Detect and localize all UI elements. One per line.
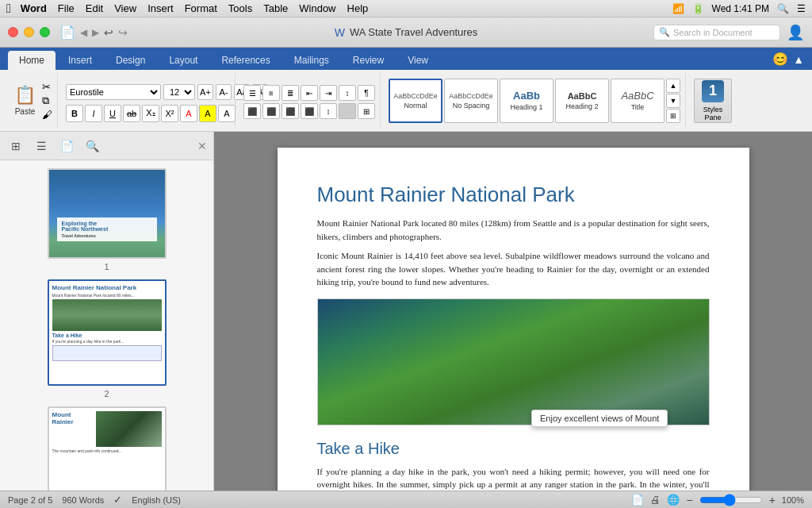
menu-window[interactable]: Window <box>299 2 335 14</box>
numbered-list[interactable]: ≡ <box>262 85 280 101</box>
show-marks[interactable]: ¶ <box>358 85 375 101</box>
style-normal[interactable]: AaBbCcDdEe Normal <box>389 79 442 123</box>
page-1-thumbnail[interactable]: Exploring the Pacific Northwest Travel A… <box>8 168 205 271</box>
bold-button[interactable]: B <box>66 105 83 122</box>
superscript-button[interactable]: X² <box>161 105 178 122</box>
font-size-decrease[interactable]: A- <box>216 84 232 100</box>
align-left[interactable]: ⬛ <box>243 103 261 119</box>
increase-indent[interactable]: ⇥ <box>320 85 337 101</box>
multilevel-list[interactable]: ≣ <box>282 85 299 101</box>
search-icon-small: 🔍 <box>659 27 670 37</box>
highlight-button[interactable]: A <box>199 105 216 122</box>
styles-scroll-down[interactable]: ▼ <box>666 94 680 108</box>
tab-review[interactable]: Review <box>342 51 395 70</box>
style-heading2[interactable]: AaBbC Heading 2 <box>555 79 609 123</box>
apple-menu[interactable]:  <box>6 2 11 16</box>
back-icon[interactable]: ◀ <box>80 27 87 38</box>
zoom-in-icon[interactable]: + <box>769 494 776 506</box>
sidebar-close-icon[interactable]: ✕ <box>197 140 207 152</box>
sidebar-page-view-icon[interactable]: ⊞ <box>6 137 25 156</box>
tab-references[interactable]: References <box>210 51 281 70</box>
emoji-icon[interactable]: 😊 <box>772 52 788 67</box>
tab-layout[interactable]: Layout <box>158 51 209 70</box>
style-title[interactable]: AaBbC Title <box>611 79 665 123</box>
battery-icon: 🔋 <box>692 3 704 14</box>
thumb-3-image[interactable]: Mount Rainier The mountain and park info… <box>48 406 167 491</box>
underline-button[interactable]: U <box>104 105 121 122</box>
styles-more[interactable]: ⊞ <box>666 109 680 123</box>
page-3-thumbnail[interactable]: Mount Rainier The mountain and park info… <box>8 406 205 491</box>
collapse-ribbon-icon[interactable]: ▲ <box>793 53 804 66</box>
close-button[interactable] <box>8 27 18 37</box>
forward-icon[interactable]: ▶ <box>92 27 99 38</box>
style-title-preview: AaBbC <box>621 90 653 102</box>
sidebar-list-view-icon[interactable]: ☰ <box>32 137 51 156</box>
menu-insert[interactable]: Insert <box>147 2 174 14</box>
title-bar-right: 🔍 Search in Document 👤 <box>653 24 804 41</box>
align-center[interactable]: ⬛ <box>262 103 280 119</box>
tab-home[interactable]: Home <box>8 51 56 70</box>
tab-mailings[interactable]: Mailings <box>283 51 340 70</box>
subscript-button[interactable]: X₂ <box>142 105 159 122</box>
menu-edit[interactable]: Edit <box>86 2 103 14</box>
tab-view[interactable]: View <box>396 51 439 70</box>
format-painter-icon[interactable]: 🖌 <box>42 109 52 121</box>
style-no-spacing[interactable]: AaBbCcDdEe No Spacing <box>444 79 498 123</box>
line-spacing[interactable]: ↕ <box>320 103 337 119</box>
cut-icon[interactable]: ✂ <box>42 81 52 93</box>
copy-icon[interactable]: ⧉ <box>42 94 52 107</box>
spellcheck-icon[interactable]: ✓ <box>113 494 122 506</box>
zoom-slider[interactable] <box>699 494 763 506</box>
redo-icon[interactable]: ↪ <box>118 26 128 39</box>
web-layout-icon[interactable]: 🌐 <box>667 494 680 506</box>
paste-button[interactable]: 📋 Paste <box>11 83 39 117</box>
user-avatar[interactable]: 👤 <box>787 24 804 41</box>
font-size-select[interactable]: 12 <box>163 84 195 100</box>
clock: Wed 1:41 PM <box>712 3 769 14</box>
menu-tools[interactable]: Tools <box>228 2 252 14</box>
styles-pane-button[interactable]: 1 StylesPane <box>694 79 732 123</box>
menu-table[interactable]: Table <box>263 2 288 14</box>
style-heading1[interactable]: AaBb Heading 1 <box>500 79 553 123</box>
font-family-select[interactable]: Eurostile <box>66 84 161 100</box>
notification-icon[interactable]: ☰ <box>797 3 806 14</box>
decrease-indent[interactable]: ⇤ <box>301 85 318 101</box>
menu-format[interactable]: Format <box>185 2 217 14</box>
sidebar-pages: Exploring the Pacific Northwest Travel A… <box>0 160 213 491</box>
strikethrough-button[interactable]: ab <box>123 105 140 122</box>
menu-view[interactable]: View <box>114 2 136 14</box>
style-scroll: ▲ ▼ ⊞ <box>666 79 680 123</box>
doc-icon: 📄 <box>59 25 75 40</box>
zoom-out-icon[interactable]: − <box>686 494 692 506</box>
minimize-button[interactable] <box>24 27 34 37</box>
borders[interactable]: ⊞ <box>358 103 375 119</box>
font-size-increase[interactable]: A+ <box>197 84 213 100</box>
styles-scroll-up[interactable]: ▲ <box>666 79 680 93</box>
sidebar-outline-icon[interactable]: 📄 <box>57 137 76 156</box>
page-2-number: 2 <box>104 389 109 398</box>
focus-mode-icon[interactable]: 📄 <box>631 494 644 506</box>
bullet-list[interactable]: ☰ <box>243 85 261 101</box>
tab-insert[interactable]: Insert <box>57 51 103 70</box>
menu-file[interactable]: File <box>58 2 75 14</box>
shading[interactable] <box>339 103 356 119</box>
undo-icon[interactable]: ↩ <box>104 26 113 39</box>
italic-button[interactable]: I <box>85 105 102 122</box>
page-2-thumbnail[interactable]: Mount Rainier National Park Mount Rainie… <box>8 279 205 398</box>
sort[interactable]: ↕ <box>339 85 356 101</box>
thumb-2-image[interactable]: Mount Rainier National Park Mount Rainie… <box>48 279 167 386</box>
text-effect-button[interactable]: A <box>218 105 236 122</box>
tab-design[interactable]: Design <box>105 51 156 70</box>
document-area[interactable]: Mount Rainier National Park Mount Rainie… <box>214 132 812 491</box>
thumb-1-image[interactable]: Exploring the Pacific Northwest Travel A… <box>48 168 167 259</box>
search-icon[interactable]: 🔍 <box>777 3 789 14</box>
maximize-button[interactable] <box>40 27 50 37</box>
search-box[interactable]: 🔍 Search in Document <box>653 25 780 40</box>
print-layout-icon[interactable]: 🖨 <box>650 494 661 506</box>
justify[interactable]: ⬛ <box>301 103 318 119</box>
menu-help[interactable]: Help <box>347 2 369 14</box>
align-right[interactable]: ⬛ <box>282 103 299 119</box>
font-color-button[interactable]: A <box>180 105 197 122</box>
app-name[interactable]: Word <box>21 2 47 14</box>
sidebar-search-icon[interactable]: 🔍 <box>82 137 102 156</box>
